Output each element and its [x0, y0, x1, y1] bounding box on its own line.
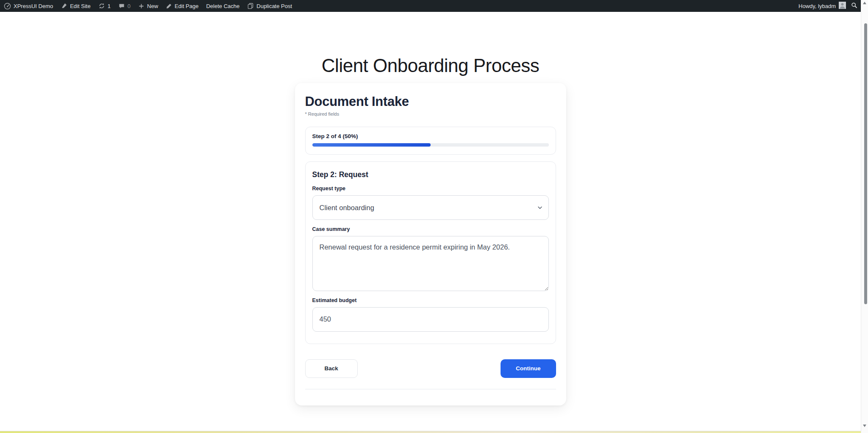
admin-bar-delete-cache-label: Delete Cache [206, 3, 239, 9]
admin-bar-new-label: New [147, 3, 158, 9]
back-button[interactable]: Back [305, 359, 358, 378]
plus-icon [138, 3, 145, 9]
wizard-buttons-row: Back Continue [305, 359, 556, 378]
admin-bar-edit-page[interactable]: Edit Page [162, 0, 202, 12]
estimated-budget-input[interactable] [312, 307, 549, 332]
admin-bar-delete-cache[interactable]: Delete Cache [202, 0, 243, 12]
page-scrollbar[interactable] [861, 0, 868, 433]
admin-bar-account-menu[interactable]: Howdy, lybadm [795, 0, 849, 12]
case-summary-textarea[interactable]: Renewal request for a residence permit e… [312, 236, 549, 291]
duplicate-icon [247, 3, 254, 9]
admin-bar-comments-count: 0 [128, 3, 131, 9]
scroll-down-arrow-icon[interactable] [863, 425, 866, 427]
step-section: Step 2: Request Request type Client onbo… [305, 161, 556, 344]
update-icon [98, 3, 105, 9]
card-heading: Document Intake [305, 94, 556, 109]
comment-icon [118, 3, 125, 9]
bottom-edge-strip [0, 431, 868, 433]
admin-bar-duplicate-post-label: Duplicate Post [256, 3, 292, 9]
estimated-budget-label: Estimated budget [312, 297, 549, 303]
scrollbar-thumb[interactable] [864, 23, 867, 304]
progress-track [312, 143, 549, 147]
admin-bar-edit-site-label: Edit Site [70, 3, 90, 9]
admin-bar-comments[interactable]: 0 [114, 0, 134, 12]
pencil-icon [166, 3, 172, 9]
admin-bar-new[interactable]: New [134, 0, 162, 12]
avatar [839, 2, 846, 10]
admin-bar-edit-page-label: Edit Page [175, 3, 198, 9]
document-intake-card: Document Intake * Required fields Step 2… [295, 83, 566, 405]
page-content: Client Onboarding Process Document Intak… [0, 0, 861, 405]
card-divider [305, 389, 556, 389]
scroll-up-arrow-icon[interactable] [863, 2, 866, 4]
request-type-select[interactable]: Client onboarding [312, 195, 549, 220]
progress-box: Step 2 of 4 (50%) [305, 127, 556, 155]
admin-bar-updates[interactable]: 1 [95, 0, 114, 12]
brush-icon [61, 3, 67, 9]
admin-bar-left-group: XPressUI Demo Edit Site 1 0 New [0, 0, 296, 12]
admin-bar-site-menu[interactable]: XPressUI Demo [0, 0, 57, 12]
admin-bar-edit-site[interactable]: Edit Site [57, 0, 94, 12]
continue-button[interactable]: Continue [501, 359, 556, 378]
admin-bar-search[interactable] [849, 0, 861, 12]
step-heading: Step 2: Request [312, 170, 549, 179]
admin-bar-updates-count: 1 [108, 3, 111, 9]
progress-step-label: Step 2 of 4 (50%) [312, 133, 549, 139]
search-icon [851, 2, 857, 10]
page-title: Client Onboarding Process [0, 55, 861, 77]
wp-admin-bar: XPressUI Demo Edit Site 1 0 New [0, 0, 861, 12]
site-logo-icon [4, 3, 11, 10]
admin-bar-duplicate-post[interactable]: Duplicate Post [243, 0, 296, 12]
case-summary-label: Case summary [312, 226, 549, 232]
progress-fill [312, 143, 431, 147]
request-type-select-wrap: Client onboarding [312, 195, 549, 220]
admin-bar-right-group: Howdy, lybadm [795, 0, 861, 12]
request-type-label: Request type [312, 186, 549, 192]
admin-bar-howdy-text: Howdy, lybadm [798, 3, 836, 9]
admin-bar-site-name: XPressUI Demo [14, 3, 53, 9]
required-fields-note: * Required fields [305, 111, 556, 117]
